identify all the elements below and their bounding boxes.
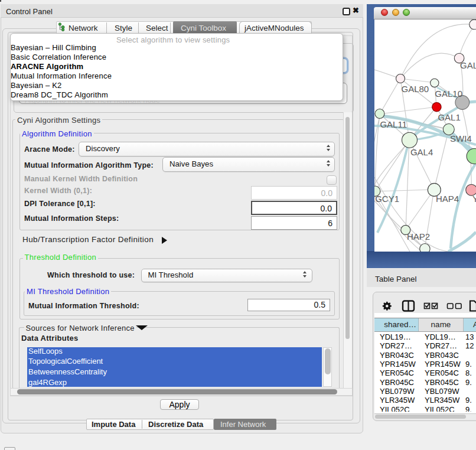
- svg-text:HAP4: HAP4: [436, 194, 459, 204]
- svg-text:GAL7: GAL7: [460, 60, 476, 70]
- svg-text:Y: Y: [472, 194, 476, 204]
- svg-text:GCY1: GCY1: [375, 194, 399, 204]
- svg-text:GAL4: GAL4: [410, 147, 433, 157]
- svg-text:GAL11: GAL11: [380, 119, 407, 129]
- svg-text:GAL10: GAL10: [435, 89, 462, 99]
- svg-text:HAP2: HAP2: [407, 231, 430, 242]
- svg-text:GAL80: GAL80: [402, 84, 429, 94]
- svg-text:GAL1: GAL1: [438, 112, 460, 122]
- svg-text:SWI4: SWI4: [450, 133, 472, 144]
